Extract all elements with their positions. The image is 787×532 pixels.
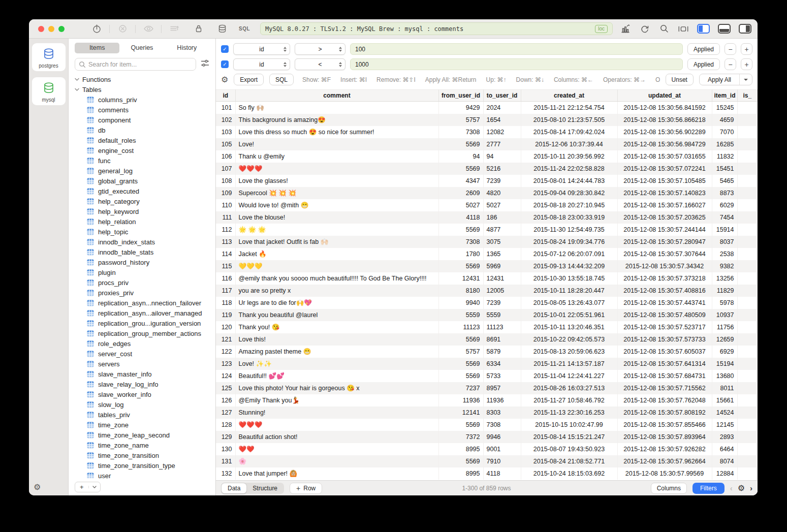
cell-created_at[interactable]: 2015-09-13 14:44:32.209 [521,260,617,272]
cell-is_[interactable] [737,260,758,272]
sidebar-item-table[interactable]: comments [75,105,215,115]
column-header-item_id[interactable]: item_id [712,90,737,102]
cell-id[interactable]: 112 [216,224,235,236]
cell-to_user_id[interactable]: 11123 [483,321,521,333]
table-row[interactable]: 126@Emily Thank you💃11936119362015-11-27… [216,394,758,406]
cell-item_id[interactable]: 7454 [712,211,737,224]
table-row[interactable]: 105Love!556927772015-12-06 10:37:39.4420… [216,138,758,150]
cell-updated_at[interactable]: 2015-12-08 15:30:57.203625 [617,211,712,224]
cell-comment[interactable]: Love this photo! Your hair is gorgeous 😘… [235,382,438,394]
cell-is_[interactable] [737,297,758,309]
cell-id[interactable]: 118 [216,297,235,309]
column-header-created_at[interactable]: created_at [521,90,617,102]
cell-from_user_id[interactable]: 4347 [438,175,483,187]
tab-queries[interactable]: Queries [119,43,164,53]
filter-column-select[interactable]: id [233,43,290,55]
cell-updated_at[interactable]: 2015-12-08 15:30:57.893964 [617,431,712,443]
cell-to_user_id[interactable]: 1365 [483,248,521,260]
table-row[interactable]: 109Supercool 💥 💥 💥260948202015-09-04 09:… [216,187,758,199]
cell-created_at[interactable]: 2015-10-11 20:39:56.992 [521,150,617,163]
cell-to_user_id[interactable]: 5969 [483,260,521,272]
cell-to_user_id[interactable]: 7239 [483,297,521,309]
cell-updated_at[interactable]: 2015-12-08 15:30:57.605037 [617,346,712,358]
cell-created_at[interactable]: 2015-08-05 13:26:43.077 [521,297,617,309]
sidebar-item-table[interactable]: server_cost [75,349,215,359]
sidebar-item-table[interactable]: password_history [75,257,215,267]
cell-created_at[interactable]: 2015-10-15 10:02:47.99 [521,419,617,431]
cell-updated_at[interactable]: 2015-12-08 15:30:57.684731 [617,370,712,382]
filter-applied-button[interactable]: Applied [687,58,720,70]
sidebar-item-table[interactable]: help_category [75,196,215,206]
cell-to_user_id[interactable]: 12431 [483,272,521,285]
cell-to_user_id[interactable]: 7910 [483,455,521,467]
cell-updated_at[interactable]: 2015-12-08 15:30:57.408816 [617,285,712,297]
cell-from_user_id[interactable]: 2609 [438,187,483,199]
export-button[interactable]: Export [234,74,264,85]
sidebar-item-table[interactable]: replication_grou...iguration_version [75,318,215,328]
table-row[interactable]: 120Thank you! 😘11123111232015-10-11 13:2… [216,321,758,333]
cell-comment[interactable]: Love! [235,138,438,150]
cell-updated_at[interactable]: 2015-12-08 15:30:57.99569 [617,467,712,480]
cell-item_id[interactable]: 6464 [712,443,737,455]
cell-updated_at[interactable]: 2015-12-08 15:30:57.641314 [617,358,712,370]
lock-icon[interactable] [193,23,204,35]
filter-operator-select[interactable]: < [295,58,345,70]
cell-item_id[interactable]: 2893 [712,431,737,443]
cell-created_at[interactable]: 2015-11-30 12:54:49.735 [521,224,617,236]
cell-item_id[interactable]: 10937 [712,309,737,321]
cell-comment[interactable]: So fly 🙌🏼 [235,102,438,114]
cell-created_at[interactable]: 2015-10-11 18:28:20.447 [521,285,617,297]
cell-id[interactable]: 102 [216,114,235,126]
sidebar-item-table[interactable]: innodb_table_stats [75,247,215,257]
cell-from_user_id[interactable]: 5559 [438,309,483,321]
cell-comment[interactable]: Jacket 🔥 [235,248,438,260]
sidebar-item-table[interactable]: default_roles [75,135,215,145]
cell-created_at[interactable]: 2015-10-22 09:42:05.573 [521,333,617,346]
add-filter-button[interactable]: + [741,43,752,55]
cell-updated_at[interactable]: 2015-12-08 15:30:57.808192 [617,406,712,419]
cell-item_id[interactable]: 13680 [712,370,737,382]
cell-from_user_id[interactable]: 5569 [438,419,483,431]
cell-updated_at[interactable]: 2015-12-08 15:30:57.244144 [617,224,712,236]
cell-updated_at[interactable]: 2015-12-08 15:30:57.072241 [617,163,712,175]
cell-updated_at[interactable]: 2015-12-08 15:30:57.962664 [617,455,712,467]
cell-created_at[interactable]: 2015-08-01 14:24:44.783 [521,175,617,187]
cell-comment[interactable]: ❤️❤️ [235,443,438,455]
cell-updated_at[interactable]: 2015-12-08 15:30:56.902289 [617,126,712,138]
cell-is_[interactable] [737,248,758,260]
center-view-icon[interactable] [678,23,689,35]
cell-to_user_id[interactable]: 4118 [483,467,521,480]
cell-to_user_id[interactable]: 94 [483,150,521,163]
sidebar-item-table[interactable]: user [75,471,215,478]
cell-updated_at[interactable]: 2015-12-08 15:30:56.984729 [617,138,712,150]
sidebar-item-table[interactable]: gtid_executed [75,186,215,196]
filter-applied-button[interactable]: Applied [687,43,720,55]
cell-updated_at[interactable]: 2015-12-08 15:30:57.480509 [617,309,712,321]
cell-created_at[interactable]: 2015-11-13 22:30:16.253 [521,406,617,419]
cell-from_user_id[interactable]: 12431 [438,272,483,285]
cell-updated_at[interactable]: 2015-12-08 15:30:57.715562 [617,382,712,394]
cell-is_[interactable] [737,321,758,333]
cell-to_user_id[interactable]: 9001 [483,443,521,455]
cell-id[interactable]: 110 [216,199,235,211]
prev-page-icon[interactable]: ‹ [730,483,733,493]
table-row[interactable]: 111Love the blouse!41181862015-08-18 23:… [216,211,758,224]
cell-item_id[interactable]: 2538 [712,248,737,260]
cell-id[interactable]: 107 [216,163,235,175]
cell-comment[interactable]: you are so pretty x [235,285,438,297]
cell-id[interactable]: 120 [216,321,235,333]
cell-created_at[interactable]: 2015-11-21 22:12:54.754 [521,102,617,114]
cell-created_at[interactable]: 2015-08-26 16:03:27.513 [521,382,617,394]
cell-to_user_id[interactable]: 8691 [483,333,521,346]
cell-created_at[interactable]: 2015-10-01 22:05:51.961 [521,309,617,321]
cell-id[interactable]: 127 [216,406,235,419]
filter-value-input[interactable]: 1000 [350,58,683,70]
cell-comment[interactable]: Beautiful!! 💕💕 [235,370,438,382]
cell-id[interactable]: 106 [216,150,235,163]
sidebar-item-table[interactable]: help_relation [75,216,215,227]
cell-id[interactable]: 122 [216,346,235,358]
cell-comment[interactable]: Thank u @emily [235,150,438,163]
cell-updated_at[interactable]: 2015-12-08 15:30:57.105485 [617,175,712,187]
cell-created_at[interactable]: 2015-08-24 21:08:52.771 [521,455,617,467]
toggle-bottom-panel-icon[interactable] [718,24,731,34]
